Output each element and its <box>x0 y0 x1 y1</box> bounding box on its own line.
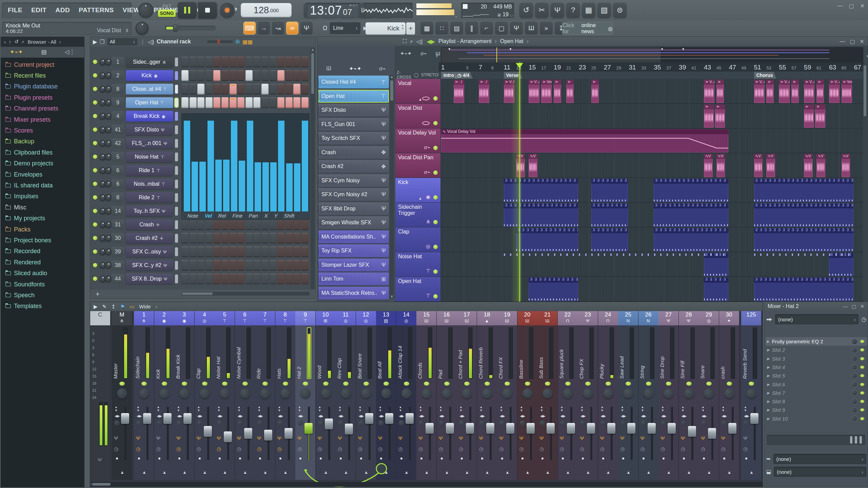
fader-up-icon[interactable]: ▲ <box>217 405 220 409</box>
timeline-bar-19[interactable]: 19 <box>554 64 561 71</box>
latency-clock-icon[interactable]: ◷ <box>743 446 748 452</box>
channel-mute-pill[interactable] <box>175 98 178 107</box>
fader-down-icon[interactable]: ▼ <box>682 409 685 412</box>
channel-mute-pill[interactable] <box>175 193 178 202</box>
strip-fader-handle[interactable] <box>244 428 252 439</box>
strip-mute-led[interactable] <box>404 382 409 386</box>
channel-number[interactable]: 30 <box>112 233 124 243</box>
mixer-button[interactable]: ∥ <box>465 22 478 35</box>
strip-mute-led[interactable] <box>525 382 530 386</box>
pan-lr-icon[interactable]: ◀▶ <box>359 414 364 418</box>
latency-clock-icon[interactable]: ◷ <box>237 446 241 452</box>
strip-fader-handle[interactable] <box>607 423 615 434</box>
mixer-strip-plucky[interactable]: 24⊓Plucky▲▼◀▶Ψ◷▲ <box>598 311 618 480</box>
pan-lr-icon[interactable]: ◀▶ <box>641 414 646 418</box>
input-select[interactable]: (none)› <box>775 314 859 324</box>
fx-slot-2[interactable]: ▶Slot 2 <box>766 346 867 354</box>
strip-mute-led[interactable] <box>585 382 591 386</box>
step-view-icon[interactable]: ▦▦ <box>242 39 253 45</box>
tab-files-icon[interactable]: ▤ <box>41 48 46 56</box>
strip-pan-knob[interactable] <box>401 388 412 399</box>
route-arrow[interactable]: ▲ <box>606 470 611 475</box>
swing-handle[interactable] <box>217 39 220 44</box>
picker-automation-icon[interactable]: σ⌁ <box>379 65 386 74</box>
channel-led[interactable] <box>93 87 97 91</box>
fader-down-icon[interactable]: ▼ <box>722 409 725 412</box>
fx-slot-6[interactable]: ▶Slot 6 <box>766 380 867 389</box>
mixer-strip-beat-snare[interactable]: 12◎Beat Snare▲▼◀▶Ψ◷▲ <box>356 311 376 480</box>
menu-add[interactable]: ADD <box>55 6 70 14</box>
audio-clip[interactable]: ∿V <box>766 154 775 177</box>
strip-fader-handle[interactable] <box>688 426 696 437</box>
track-led[interactable] <box>433 96 438 101</box>
step-3[interactable] <box>197 97 204 108</box>
slot-arrow-icon[interactable]: ▶ <box>767 391 770 395</box>
strip-fader-handle[interactable] <box>567 423 575 434</box>
step-7[interactable] <box>230 70 237 81</box>
fader-down-icon[interactable]: ▼ <box>621 409 624 412</box>
strip-mute-led[interactable] <box>485 382 490 386</box>
step-15[interactable] <box>293 260 300 271</box>
graph-bar-3[interactable] <box>199 162 206 211</box>
timeline-bar-37[interactable]: 37 <box>666 65 671 70</box>
channel-filter-dropdown[interactable]: All› <box>107 38 137 45</box>
pan-lr-icon[interactable]: ◀▶ <box>621 414 626 418</box>
picker-item-ma-constellations-sh-[interactable]: MA Constellations Sh..Ψ <box>318 230 389 243</box>
step-7[interactable] <box>230 233 237 244</box>
fader-up-icon[interactable]: ▲ <box>480 405 483 409</box>
pan-lr-icon[interactable]: ◀▶ <box>238 414 243 418</box>
step-11[interactable] <box>261 70 269 81</box>
browser-item-plugin-database[interactable]: Plugin database <box>5 82 83 92</box>
browser-item-il-shared-data[interactable]: IL shared data <box>5 180 83 190</box>
timeline-bar-7[interactable]: 7 <box>479 64 482 71</box>
disk-record-icon[interactable]: Ψ <box>358 435 362 441</box>
graph-bar-1[interactable] <box>184 121 190 211</box>
picker-item-sfx-8bit-drop[interactable]: SFX 8bit DropΨ <box>318 202 389 215</box>
channel-volume-knob[interactable] <box>105 262 112 268</box>
strip-header[interactable]: 11◎ <box>336 311 356 325</box>
strip-pan-knob[interactable] <box>159 388 170 399</box>
mixer-strip-attack-clap-14[interactable]: 14◎Attack Clap 14▲▼◀▶Ψ◷▲ <box>396 311 417 480</box>
add-pattern-button[interactable]: + <box>406 22 415 35</box>
strip-pan-knob[interactable] <box>442 388 452 399</box>
slot-mix-knob[interactable] <box>851 407 857 413</box>
route-arrow[interactable]: ▲ <box>687 470 691 475</box>
audio-clip[interactable]: ⋗ ..l <box>454 80 464 103</box>
track-header-vocal-dist-pan[interactable]: Vocal Dist Panσ⌁ <box>395 153 440 178</box>
fader-down-icon[interactable]: ▼ <box>480 409 483 412</box>
track-led[interactable] <box>433 245 438 249</box>
fader-up-icon[interactable]: ▲ <box>520 405 523 409</box>
step-14[interactable] <box>285 70 293 81</box>
step-11[interactable] <box>261 246 269 257</box>
disk-record-icon[interactable]: Ψ <box>257 435 261 441</box>
step-6[interactable] <box>221 57 229 67</box>
stereo-knob[interactable] <box>114 420 120 426</box>
step-1[interactable] <box>181 70 189 81</box>
strip-fader-handle[interactable] <box>587 423 595 434</box>
browser-item-packs[interactable]: Packs <box>5 224 83 235</box>
mixer-strip-noise-cymbal[interactable]: 6⊤Noise Cymbal▲▼◀▶Ψ◷▲ <box>235 311 255 480</box>
channel-led[interactable] <box>93 263 97 267</box>
strip-header[interactable]: 29◎ <box>699 311 719 325</box>
route-arrow[interactable]: ▲ <box>749 470 754 475</box>
track-header-kick[interactable]: Kick◉▲ <box>395 178 440 203</box>
fx-slot-9[interactable]: ▶Slot 9 <box>766 406 867 414</box>
stereo-knob[interactable] <box>237 420 243 426</box>
slot-mix-knob[interactable] <box>851 381 857 387</box>
step-13[interactable] <box>277 97 284 108</box>
strip-fader-handle[interactable] <box>204 426 212 437</box>
latency-clock-icon[interactable]: ◷ <box>418 446 423 452</box>
graph-bar-14[interactable] <box>286 163 293 211</box>
pan-lr-icon[interactable]: ◀▶ <box>439 414 445 418</box>
strip-fader-handle[interactable] <box>121 413 129 424</box>
channel-mute-pill[interactable] <box>175 207 178 216</box>
step-13[interactable] <box>277 246 284 257</box>
fader-down-icon[interactable]: ▼ <box>359 409 362 412</box>
step-11[interactable] <box>261 219 269 230</box>
audio-clip[interactable]: ⋗ <box>554 80 561 103</box>
latency-clock-icon[interactable]: ◷ <box>439 446 443 452</box>
mixer-strip-beat-all[interactable]: 13▤Beat All▲▼◀▶Ψ◷▲ <box>376 311 396 480</box>
route-arrow[interactable]: ▲ <box>505 470 510 475</box>
channel-button[interactable]: Crash #2✛ <box>126 233 173 244</box>
stereo-knob[interactable] <box>661 420 666 426</box>
